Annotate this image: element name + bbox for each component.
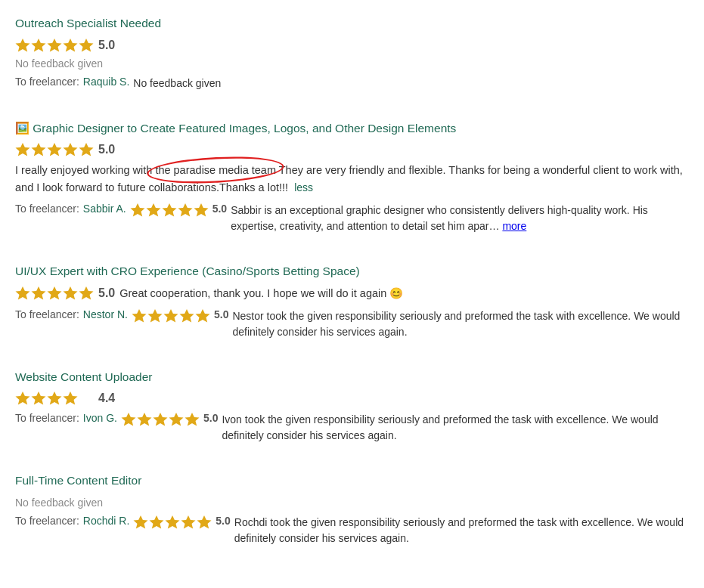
client-stars bbox=[15, 38, 94, 53]
star-icon bbox=[79, 391, 94, 406]
star-icon bbox=[31, 38, 46, 53]
no-feedback-label: No feedback given bbox=[15, 497, 689, 509]
client-rating-number: 5.0 bbox=[98, 143, 115, 156]
star-icon bbox=[133, 515, 148, 530]
star-icon bbox=[63, 142, 78, 157]
star-icon bbox=[47, 391, 62, 406]
freelancer-stars bbox=[132, 308, 210, 323]
circled-text: the paradise media team bbox=[155, 162, 276, 178]
freelancer-row: To freelancer: Sabbir A. 5.0Sabbir is an… bbox=[15, 203, 689, 234]
client-rating-row: 5.0 I really enjoyed working with the pa… bbox=[15, 142, 689, 196]
star-icon bbox=[47, 38, 62, 53]
review-block: Outreach Specialist Needed 5.0No feedbac… bbox=[15, 15, 689, 99]
star-icon bbox=[162, 203, 177, 218]
no-feedback-label: No feedback given bbox=[15, 57, 689, 70]
star-icon bbox=[15, 38, 30, 53]
freelancer-name-link[interactable]: Sabbir A. bbox=[83, 203, 126, 215]
freelancer-row: To freelancer: Raquib S.No feedback give… bbox=[15, 76, 689, 91]
job-title-link[interactable]: Outreach Specialist Needed bbox=[15, 15, 161, 32]
star-icon bbox=[15, 286, 30, 301]
job-title-link[interactable]: Full-Time Content Editor bbox=[15, 472, 141, 489]
client-rating-number: 4.4 bbox=[98, 391, 115, 405]
client-rating-row: 5.0Great cooperation, thank you. I hope … bbox=[15, 285, 689, 302]
freelancer-feedback-text: Rochdi took the given responsibility ser… bbox=[234, 515, 689, 546]
star-icon bbox=[185, 412, 200, 427]
star-icon bbox=[63, 286, 78, 301]
star-icon bbox=[31, 286, 46, 301]
star-icon bbox=[194, 203, 209, 218]
freelancer-name-link[interactable]: Rochdi R. bbox=[83, 515, 129, 527]
more-link[interactable]: more bbox=[502, 220, 526, 232]
freelancer-rating: 5.0 bbox=[212, 203, 227, 215]
client-stars bbox=[15, 142, 94, 157]
star-icon bbox=[181, 515, 196, 530]
star-icon bbox=[153, 412, 168, 427]
star-icon bbox=[79, 38, 94, 53]
star-icon bbox=[165, 515, 180, 530]
star-icon bbox=[169, 412, 184, 427]
client-rating-number: 5.0 bbox=[98, 286, 115, 300]
review-block: UI/UX Expert with CRO Experience (Casino… bbox=[15, 263, 689, 348]
freelancer-rating: 5.0 bbox=[216, 515, 230, 527]
freelancer-feedback-text: Ivon took the given responsibility serio… bbox=[222, 412, 689, 444]
star-icon bbox=[178, 203, 193, 218]
freelancer-stars bbox=[130, 203, 209, 218]
star-icon bbox=[132, 308, 147, 323]
star-icon bbox=[47, 142, 62, 157]
client-feedback-text: I really enjoyed working with the paradi… bbox=[15, 162, 689, 196]
freelancer-rating: 5.0 bbox=[203, 412, 218, 424]
job-title-link[interactable]: Website Content Uploader bbox=[15, 369, 153, 385]
star-icon bbox=[149, 515, 164, 530]
star-icon bbox=[63, 38, 78, 53]
less-link[interactable]: less bbox=[294, 181, 313, 193]
review-block: Website Content Uploader 4.4 To freelanc… bbox=[15, 369, 689, 452]
freelancer-rating: 5.0 bbox=[214, 308, 228, 320]
review-block: 🖼️ Graphic Designer to Create Featured I… bbox=[15, 120, 689, 242]
star-icon bbox=[137, 412, 152, 427]
reviews-container: Outreach Specialist Needed 5.0No feedbac… bbox=[15, 15, 689, 554]
freelancer-feedback-text: No feedback given bbox=[133, 76, 689, 91]
client-rating-number: 5.0 bbox=[98, 39, 115, 52]
star-icon bbox=[163, 308, 178, 323]
freelancer-row: To freelancer: Rochdi R. 5.0Rochdi took … bbox=[15, 515, 689, 546]
star-icon bbox=[146, 203, 161, 218]
star-icon bbox=[121, 412, 136, 427]
job-title-link[interactable]: 🖼️ Graphic Designer to Create Featured I… bbox=[15, 120, 456, 137]
freelancer-label-text: To freelancer: bbox=[15, 308, 79, 320]
review-block: Full-Time Content EditorNo feedback give… bbox=[15, 472, 689, 554]
client-stars bbox=[15, 286, 94, 301]
freelancer-name-link[interactable]: Raquib S. bbox=[83, 76, 129, 88]
star-icon bbox=[197, 515, 212, 530]
freelancer-name-link[interactable]: Nestor N. bbox=[83, 308, 128, 320]
client-rating-row: 4.4 bbox=[15, 391, 689, 406]
freelancer-label-text: To freelancer: bbox=[15, 76, 79, 88]
freelancer-feedback-text: Nestor took the given responsibility ser… bbox=[232, 308, 689, 340]
star-icon bbox=[79, 286, 94, 301]
freelancer-label-text: To freelancer: bbox=[15, 515, 79, 527]
freelancer-row: To freelancer: Nestor N. 5.0Nestor took … bbox=[15, 308, 689, 340]
star-icon bbox=[31, 391, 46, 406]
freelancer-label-text: To freelancer: bbox=[15, 203, 79, 215]
star-icon bbox=[15, 391, 30, 406]
freelancer-stars bbox=[121, 412, 200, 427]
star-icon bbox=[15, 142, 30, 157]
star-icon bbox=[63, 391, 78, 406]
freelancer-feedback-text: Sabbir is an exceptional graphic designe… bbox=[231, 203, 689, 234]
freelancer-name-link[interactable]: Ivon G. bbox=[83, 412, 117, 424]
star-icon bbox=[147, 308, 163, 323]
star-icon bbox=[195, 308, 210, 323]
client-feedback-text: Great cooperation, thank you. I hope we … bbox=[119, 285, 403, 302]
freelancer-label-text: To freelancer: bbox=[15, 412, 79, 424]
star-icon bbox=[179, 308, 194, 323]
freelancer-row: To freelancer: Ivon G. 5.0Ivon took the … bbox=[15, 412, 689, 444]
star-icon bbox=[130, 203, 145, 218]
star-icon bbox=[79, 142, 94, 157]
star-icon bbox=[31, 142, 46, 157]
client-rating-row: 5.0 bbox=[15, 38, 689, 53]
star-icon bbox=[47, 286, 62, 301]
client-stars bbox=[15, 391, 94, 406]
freelancer-stars bbox=[133, 515, 212, 530]
job-title-link[interactable]: UI/UX Expert with CRO Experience (Casino… bbox=[15, 263, 360, 280]
